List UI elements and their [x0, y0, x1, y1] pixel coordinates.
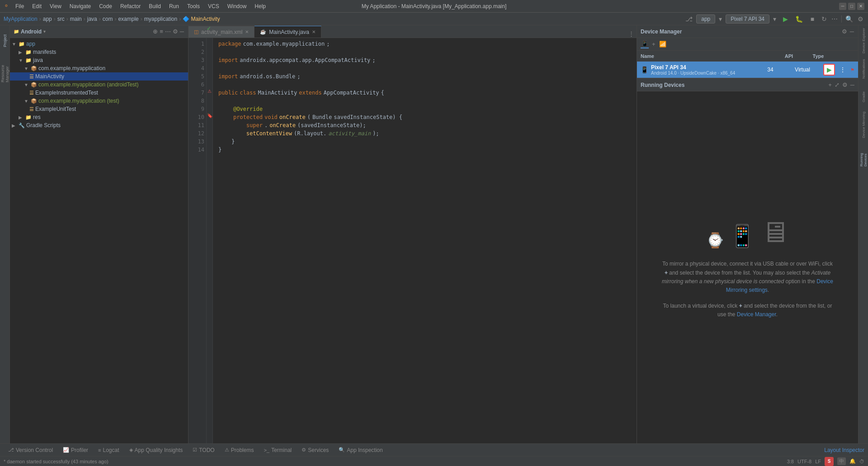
menu-build[interactable]: Build — [145, 2, 165, 10]
menu-navigate[interactable]: Navigate — [66, 2, 94, 10]
breadcrumb-myapplication[interactable]: MyApplication — [4, 16, 38, 22]
sync-btn[interactable]: ↻ — [821, 14, 828, 24]
menu-tools[interactable]: Tools — [184, 2, 203, 10]
menu-code[interactable]: Code — [95, 2, 116, 10]
rd-settings-btn[interactable]: ⚙ — [842, 81, 848, 88]
collapse-all-btn[interactable]: ≡ — [159, 28, 164, 35]
vc-icon: ⎇ — [8, 447, 14, 453]
device-run-btn[interactable]: ▶ — [823, 64, 835, 76]
menu-file[interactable]: File — [12, 2, 28, 10]
tab-close-java[interactable]: ✕ — [312, 29, 316, 34]
breadcrumb-mainactivity[interactable]: 🔷 MainActivity — [183, 16, 220, 22]
tree-item-res[interactable]: ▶ 📁 res — [10, 113, 188, 121]
tree-item-package-androidtest[interactable]: ▼ 📦 com.example.myapplication (androidTe… — [10, 81, 188, 89]
minimize-panel-btn[interactable]: ─ — [179, 28, 184, 35]
tab-activity-main-xml[interactable]: ◫ activity_main.xml ✕ — [189, 26, 255, 38]
sidebar-item-notifications[interactable]: Notifications — [859, 55, 868, 82]
sidebar-item-running-devices[interactable]: Running Devices — [859, 139, 868, 166]
bottom-tab-logcat[interactable]: ≡ Logcat — [94, 444, 123, 456]
bottom-tab-version-control[interactable]: ⎇ Version Control — [4, 444, 57, 456]
tab-close-xml[interactable]: ✕ — [245, 29, 249, 34]
tree-item-package-test[interactable]: ▼ 📦 com.example.myapplication (test) — [10, 97, 188, 105]
bottom-tab-todo[interactable]: ☑ TODO — [188, 444, 219, 456]
settings-btn[interactable]: ⚙ — [857, 14, 864, 24]
tasks-area[interactable]: ⏱ — [859, 459, 864, 464]
bottom-tab-terminal[interactable]: >_ Terminal — [259, 444, 296, 456]
dm-settings-btn[interactable]: ⚙ — [841, 28, 848, 35]
rd-minimize-btn[interactable]: ─ — [850, 81, 854, 88]
show-options-btn[interactable]: ⋯ — [165, 28, 171, 35]
breadcrumb-app[interactable]: app — [43, 16, 52, 22]
breadcrumb-example[interactable]: example — [118, 16, 138, 22]
gradle-label: Gradle Scripts — [26, 122, 61, 128]
breadcrumb-com[interactable]: com — [103, 16, 113, 22]
bottom-tab-services[interactable]: ⚙ Services — [297, 444, 333, 456]
settings-panel-btn[interactable]: ⚙ — [172, 28, 179, 35]
maximize-button[interactable]: □ — [848, 3, 855, 10]
menu-window[interactable]: Window — [224, 2, 250, 10]
git-branch-btn[interactable]: ⎇ — [684, 14, 693, 24]
tree-item-unittest[interactable]: ☰ ExampleUnitTest — [10, 105, 188, 113]
tree-item-instrumentedtest[interactable]: ☰ ExampleInstrumentedTest — [10, 89, 188, 97]
minimize-button[interactable]: ─ — [839, 3, 846, 10]
status-encoding[interactable]: UTF-8 — [797, 459, 811, 464]
status-position[interactable]: 3:8 — [787, 459, 794, 464]
run-button[interactable]: ▶ — [780, 14, 791, 24]
tree-item-package-main[interactable]: ▼ 📦 com.example.myapplication — [10, 64, 188, 72]
tree-item-manifests[interactable]: ▶ 📁 manifests — [10, 48, 188, 56]
bottom-tab-profiler[interactable]: 📈 Profiler — [58, 444, 93, 456]
sidebar-item-gradle[interactable]: Gradle — [859, 83, 868, 110]
dm-add-btn[interactable]: + — [651, 40, 656, 48]
bottom-tab-app-inspection[interactable]: 🔍 App Inspection — [334, 444, 387, 456]
breadcrumb-src[interactable]: src — [57, 16, 65, 22]
config-dropdown-btn[interactable]: ▾ — [718, 14, 723, 24]
menu-help[interactable]: Help — [251, 2, 269, 10]
rd-add-btn[interactable]: + — [828, 81, 832, 88]
code-area[interactable]: 1 2 3 4 5 6 7 8 9 10 11 12 13 14 — [189, 38, 637, 443]
breadcrumb-myapp[interactable]: myapplication — [144, 16, 177, 22]
scope-btn[interactable]: ⊕ — [152, 28, 158, 35]
bottom-tab-problems[interactable]: ⚠ Problems — [220, 444, 259, 456]
more-btn[interactable]: ⋯ — [830, 14, 839, 24]
editor-more-btn[interactable]: ⋮ — [628, 30, 635, 38]
dm-minimize-btn[interactable]: ─ — [849, 28, 854, 35]
sidebar-item-device-mirroring[interactable]: Device Mirroring — [859, 111, 868, 138]
sidebar-item-device-explorer[interactable]: Device Explorer — [859, 27, 868, 54]
bottom-tab-app-quality[interactable]: ◈ App Quality Insights — [125, 444, 188, 456]
device-config-btn[interactable]: Pixel 7 API 34 — [726, 14, 769, 24]
debug-button[interactable]: 🐛 — [793, 14, 804, 24]
rd-expand-btn[interactable]: ⤢ — [835, 81, 840, 88]
close-button[interactable]: ✕ — [857, 3, 864, 10]
tree-item-gradle[interactable]: ▶ 🔧 Gradle Scripts — [10, 121, 188, 129]
tab-mainactivity-java[interactable]: ☕ MainActivity.java ✕ — [255, 26, 321, 38]
search-everywhere-btn[interactable]: 🔍 — [844, 14, 854, 24]
notifications-area[interactable]: 🔔 — [849, 458, 856, 464]
menu-run[interactable]: Run — [165, 2, 183, 10]
gutter-12 — [207, 128, 212, 136]
breadcrumb-main[interactable]: main — [70, 16, 82, 22]
dm-phones-tab[interactable]: 📱 — [641, 40, 649, 48]
tree-item-java[interactable]: ▼ 📁 java — [10, 56, 188, 64]
device-dropdown-btn[interactable]: ▾ — [772, 14, 777, 24]
tree-item-app[interactable]: ▼ 📁 app — [10, 40, 188, 48]
sidebar-item-project[interactable]: Project — [0, 27, 9, 54]
menu-refactor[interactable]: Refactor — [117, 2, 144, 10]
code-editor[interactable]: package com.example.myapplication; impor… — [213, 38, 637, 443]
breadcrumb-java[interactable]: java — [87, 16, 97, 22]
device-manager-link[interactable]: Device Manager — [737, 311, 776, 318]
android-dropdown[interactable]: 📁 Android ▾ — [14, 29, 46, 35]
stop-button[interactable]: ■ — [807, 14, 818, 24]
app-config-btn[interactable]: app — [696, 14, 715, 24]
menu-edit[interactable]: Edit — [28, 2, 45, 10]
device-more-btn[interactable]: ⋮ — [840, 66, 846, 73]
dm-wifi-btn[interactable]: 📶 — [659, 40, 667, 48]
device-row-pixel7[interactable]: 📱 Pixel 7 API 34 Android 14.0 · UpsideDo… — [637, 62, 858, 78]
ime-indicator[interactable]: 中 — [837, 457, 846, 465]
layout-inspector-label[interactable]: Layout Inspector — [824, 447, 864, 453]
rd-plus-icon: + — [665, 270, 669, 276]
menu-vcs[interactable]: VCS — [204, 2, 223, 10]
tree-item-mainactivity[interactable]: ☰ MainActivity — [10, 72, 188, 81]
status-line-sep[interactable]: LF — [815, 459, 821, 464]
menu-view[interactable]: View — [46, 2, 65, 10]
sidebar-item-resource-manager[interactable]: Resource Manager — [0, 55, 9, 82]
